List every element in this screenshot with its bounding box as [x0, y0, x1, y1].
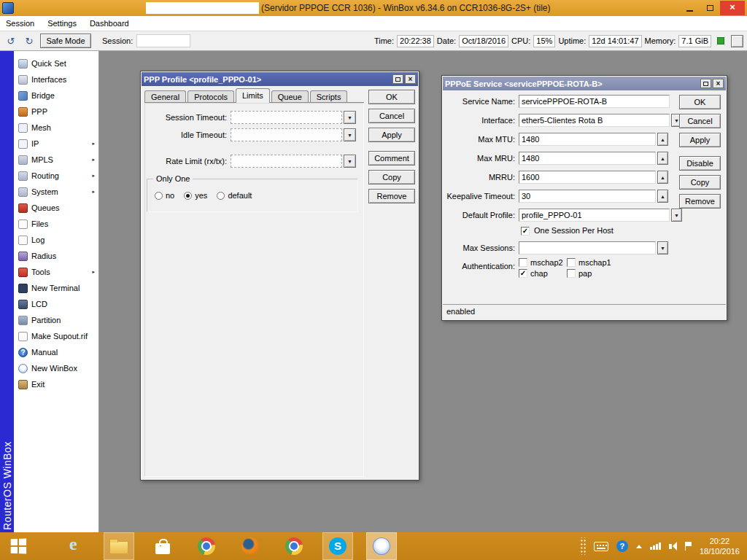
- remove-button[interactable]: Remove: [368, 189, 415, 203]
- keepalive-timeout-up-button[interactable]: ▲: [657, 190, 668, 203]
- sidebar-item-radius[interactable]: Radius: [14, 248, 98, 264]
- maximize-icon: [707, 5, 713, 11]
- redo-button[interactable]: ↻: [22, 34, 36, 48]
- max-mru-up-button[interactable]: ▲: [657, 152, 668, 165]
- apply-button[interactable]: Apply: [368, 128, 415, 142]
- max-mtu-field[interactable]: 1480: [519, 133, 656, 146]
- ppp-window-buttons: ×: [392, 74, 416, 84]
- ppp-collapse-button[interactable]: [392, 74, 403, 84]
- volume-icon[interactable]: [669, 542, 677, 551]
- sidebar-item-new-winbox[interactable]: New WinBox: [14, 360, 98, 376]
- taskbar-store[interactable]: [147, 532, 178, 560]
- safe-mode-button[interactable]: Safe Mode: [40, 34, 91, 48]
- mrru-up-button[interactable]: ▲: [657, 171, 668, 184]
- sidebar-item-system[interactable]: System ▸: [14, 184, 98, 200]
- taskbar-skype[interactable]: [322, 532, 353, 560]
- session-timeout-field[interactable]: [231, 111, 342, 124]
- disable-button[interactable]: Disable: [679, 156, 721, 171]
- sidebar-item-mesh[interactable]: Mesh: [14, 120, 98, 136]
- taskbar-firefox[interactable]: [235, 532, 266, 560]
- sidebar-item-make-supout-rif[interactable]: Make Supout.rif: [14, 328, 98, 344]
- sidebar-item-label: New WinBox: [31, 364, 77, 373]
- sidebar-item-mpls[interactable]: MPLS ▸: [14, 152, 98, 168]
- sidebar-item-partition[interactable]: Partition: [14, 312, 98, 328]
- submenu-arrow-icon: ▸: [92, 269, 95, 275]
- ppp-profile-titlebar[interactable]: PPP Profile <profile_PPPO-01> ×: [142, 72, 418, 86]
- ppp-close-button[interactable]: ×: [405, 74, 416, 84]
- sidebar-item-quick-set[interactable]: Quick Set: [14, 55, 98, 71]
- sidebar-item-lcd[interactable]: LCD: [14, 296, 98, 312]
- auth-pap-checkbox[interactable]: pap: [567, 269, 615, 278]
- close-button[interactable]: ×: [720, 1, 745, 15]
- sidebar-item-log[interactable]: Log: [14, 232, 98, 248]
- max-mtu-up-button[interactable]: ▲: [657, 133, 668, 146]
- copy-button[interactable]: Copy: [368, 170, 415, 184]
- action-center-flag-icon[interactable]: [685, 542, 692, 551]
- taskbar-explorer[interactable]: [104, 532, 134, 560]
- submenu-arrow-icon: ▸: [92, 173, 95, 179]
- checkbox-icon: ✓: [519, 269, 527, 278]
- taskbar-chrome-2[interactable]: [279, 532, 309, 560]
- mrru-field[interactable]: 1600: [519, 171, 656, 184]
- auth-chap-checkbox[interactable]: ✓ chap: [519, 269, 567, 278]
- radio-no[interactable]: no: [155, 191, 174, 200]
- apply-button[interactable]: Apply: [679, 133, 721, 147]
- start-button[interactable]: [0, 532, 36, 560]
- session-timeout-dropdown-button[interactable]: ▼: [344, 111, 356, 124]
- ok-button[interactable]: OK: [679, 95, 721, 109]
- sidebar-item-interfaces[interactable]: Interfaces: [14, 71, 98, 88]
- one-session-checkbox[interactable]: ✓: [521, 227, 530, 236]
- keepalive-timeout-field[interactable]: 30: [519, 190, 656, 203]
- cancel-button[interactable]: Cancel: [679, 114, 721, 128]
- interface-field[interactable]: ether5-Clientes Rota B: [519, 114, 670, 127]
- tab-limits[interactable]: Limits: [236, 88, 270, 103]
- ok-button[interactable]: OK: [368, 90, 415, 104]
- menu-session[interactable]: Session: [6, 19, 34, 28]
- idle-timeout-dropdown-button[interactable]: ▼: [344, 128, 356, 141]
- menu-settings[interactable]: Settings: [47, 19, 77, 28]
- remove-button[interactable]: Remove: [679, 194, 721, 209]
- max-sessions-field[interactable]: [519, 241, 656, 254]
- sidebar-item-manual[interactable]: Manual: [14, 344, 98, 360]
- sidebar-item-files[interactable]: Files: [14, 216, 98, 232]
- max-sessions-dropdown-button[interactable]: ▼: [657, 241, 668, 254]
- tray-clock[interactable]: 20:22 18/10/2016: [700, 536, 740, 557]
- network-signal-icon[interactable]: [650, 542, 661, 550]
- toolbar-more-button[interactable]: [731, 35, 743, 47]
- sidebar-item-routing[interactable]: Routing ▸: [14, 168, 98, 184]
- rate-limit-dropdown-button[interactable]: ▼: [344, 155, 356, 168]
- taskbar-ie[interactable]: [60, 532, 90, 560]
- new-winbox-icon: [18, 364, 28, 373]
- taskbar-winbox[interactable]: [366, 532, 397, 560]
- default-profile-field[interactable]: profile_PPPO-01: [519, 209, 670, 222]
- cancel-button[interactable]: Cancel: [368, 109, 415, 123]
- session-field[interactable]: [136, 34, 190, 47]
- copy-button[interactable]: Copy: [679, 175, 721, 190]
- radio-default[interactable]: default: [217, 191, 252, 200]
- touch-keyboard-icon[interactable]: [594, 542, 608, 551]
- stat-label-date: Date:: [437, 36, 456, 45]
- taskbar-chrome[interactable]: [191, 532, 222, 560]
- help-tray-icon[interactable]: ?: [616, 540, 628, 552]
- max-mru-field[interactable]: 1480: [519, 152, 656, 165]
- sidebar-item-queues[interactable]: Queues: [14, 200, 98, 216]
- window-title: (Servidor PPPOE CCR 1036) - WinBox v6.34…: [261, 3, 551, 13]
- menu-dashboard[interactable]: Dashboard: [90, 19, 129, 28]
- undo-button[interactable]: ↺: [4, 34, 18, 48]
- maximize-button[interactable]: [700, 1, 720, 15]
- auth-mschap1-checkbox[interactable]: mschap1: [567, 258, 615, 267]
- sidebar-item-bridge[interactable]: Bridge: [14, 88, 98, 104]
- service-name-field[interactable]: servicePPPOE-ROTA-B: [519, 95, 670, 108]
- rate-limit-field[interactable]: [231, 155, 342, 168]
- auth-mschap2-checkbox[interactable]: mschap2: [519, 258, 567, 267]
- comment-button[interactable]: Comment: [368, 151, 415, 166]
- minimize-button[interactable]: [679, 1, 700, 15]
- idle-timeout-field[interactable]: [231, 128, 342, 141]
- sidebar-item-tools[interactable]: Tools ▸: [14, 264, 98, 280]
- sidebar-item-new-terminal[interactable]: New Terminal: [14, 280, 98, 296]
- sidebar-item-ppp[interactable]: PPP: [14, 104, 98, 120]
- radio-yes[interactable]: yes: [184, 191, 207, 200]
- sidebar-item-exit[interactable]: Exit: [14, 376, 98, 392]
- sidebar-item-ip[interactable]: IP ▸: [14, 136, 98, 152]
- hidden-icons-arrow[interactable]: [636, 545, 642, 548]
